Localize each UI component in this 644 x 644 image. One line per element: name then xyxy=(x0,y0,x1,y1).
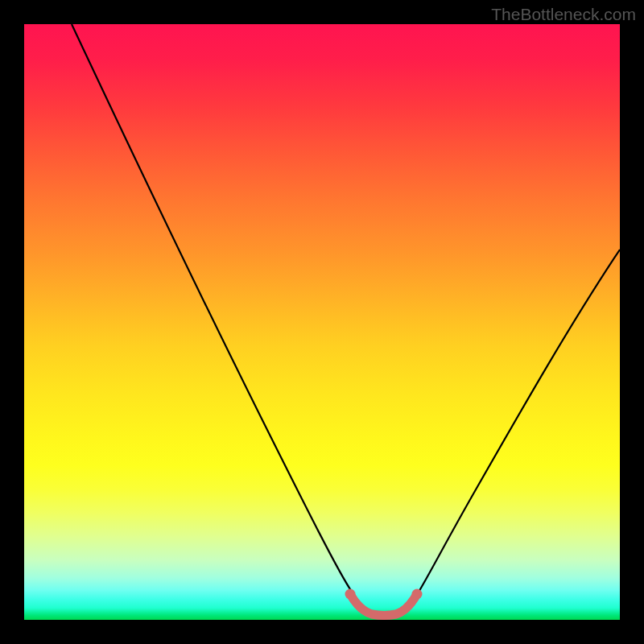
chart-container: TheBottleneck.com xyxy=(0,0,644,644)
optimal-marker-right xyxy=(412,589,423,600)
bottleneck-curve xyxy=(72,24,620,614)
optimal-zone-highlight xyxy=(350,594,417,616)
curve-svg xyxy=(24,24,620,620)
watermark-text: TheBottleneck.com xyxy=(491,5,636,24)
optimal-marker-left xyxy=(345,589,356,600)
plot-area xyxy=(24,24,620,620)
